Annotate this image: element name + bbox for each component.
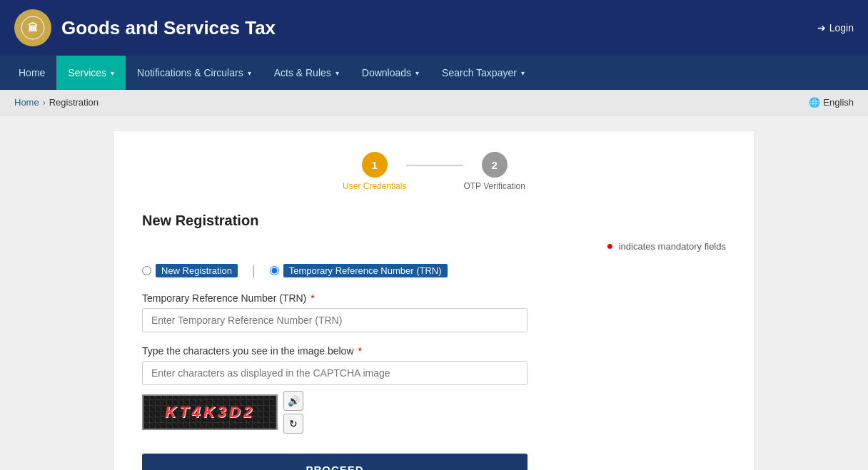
site-logo: 🏛 [14, 9, 51, 46]
main-content: 1 User Credentials 2 OTP Verification Ne… [0, 116, 868, 470]
chevron-down-icon: ▾ [415, 69, 419, 77]
captcha-field-group: Type the characters you see in the image… [142, 345, 726, 434]
breadcrumb-current: Registration [49, 97, 99, 108]
globe-icon: 🌐 [809, 97, 820, 108]
radio-new-registration[interactable]: New Registration [142, 264, 238, 277]
trn-label-text: Temporary Reference Number (TRN) [142, 292, 306, 304]
nav-acts-label: Acts & Rules [274, 67, 331, 78]
nav-search-taxpayer-label: Search Taxpayer [442, 67, 517, 78]
login-label: Login [829, 22, 854, 34]
site-header: 🏛 Goods and Services Tax ➔ Login [0, 0, 868, 56]
step-2: 2 OTP Verification [463, 152, 525, 191]
login-button[interactable]: ➔ Login [817, 22, 854, 34]
language-label: English [823, 97, 854, 108]
mandatory-dot: ● [606, 240, 613, 252]
header-brand: 🏛 Goods and Services Tax [14, 9, 276, 46]
radio-trn[interactable]: Temporary Reference Number (TRN) [270, 264, 448, 277]
breadcrumb-bar: Home › Registration 🌐 English [0, 90, 868, 116]
radio-new-reg-label: New Registration [156, 264, 238, 277]
step-2-label: OTP Verification [463, 181, 525, 191]
step-1-number: 1 [372, 159, 378, 171]
radio-trn-label: Temporary Reference Number (TRN) [283, 264, 448, 277]
radio-divider: | [252, 263, 256, 278]
registration-card: 1 User Credentials 2 OTP Verification Ne… [113, 130, 755, 470]
captcha-image: KT4K3D2 [142, 394, 278, 430]
chevron-down-icon: ▾ [248, 69, 251, 77]
registration-type-group: New Registration | Temporary Reference N… [142, 263, 726, 278]
breadcrumb-separator: › [43, 98, 46, 108]
trn-label: Temporary Reference Number (TRN) * [142, 292, 726, 304]
nav-services-label: Services [68, 67, 106, 78]
trn-required-star: * [311, 292, 314, 304]
nav-services[interactable]: Services ▾ [56, 56, 126, 90]
proceed-button[interactable]: PROCEED [142, 454, 528, 470]
nav-home-label: Home [19, 67, 45, 78]
captcha-area: KT4K3D2 🔊 ↻ [142, 391, 726, 434]
step-1-label: User Credentials [343, 181, 406, 191]
captcha-controls: 🔊 ↻ [283, 391, 303, 434]
step-2-circle: 2 [482, 152, 508, 178]
login-icon: ➔ [817, 22, 826, 34]
nav-downloads[interactable]: Downloads ▾ [350, 56, 430, 90]
step-1: 1 User Credentials [343, 152, 406, 191]
mandatory-note-text: indicates mandatory fields [619, 241, 726, 252]
breadcrumb-home-link[interactable]: Home [14, 97, 39, 108]
nav-search-taxpayer[interactable]: Search Taxpayer ▾ [430, 56, 536, 90]
step-connector [406, 165, 463, 166]
nav-notifications-label: Notifications & Circulars [137, 67, 243, 78]
chevron-down-icon: ▾ [111, 69, 114, 77]
stepper: 1 User Credentials 2 OTP Verification [142, 152, 726, 191]
mandatory-note: ● indicates mandatory fields [142, 240, 726, 252]
captcha-input[interactable] [142, 361, 528, 385]
form-title: New Registration [142, 213, 726, 229]
captcha-required-star: * [358, 345, 361, 357]
main-navbar: Home Services ▾ Notifications & Circular… [0, 56, 868, 90]
radio-trn-input[interactable] [270, 266, 279, 275]
language-selector[interactable]: 🌐 English [809, 97, 854, 108]
radio-new-reg-input[interactable] [142, 266, 151, 275]
nav-acts[interactable]: Acts & Rules ▾ [263, 56, 350, 90]
nav-notifications[interactable]: Notifications & Circulars ▾ [126, 56, 263, 90]
captcha-audio-button[interactable]: 🔊 [283, 391, 303, 411]
breadcrumb: Home › Registration [14, 97, 99, 108]
captcha-label-text: Type the characters you see in the image… [142, 345, 354, 357]
trn-input[interactable] [142, 308, 528, 332]
step-2-number: 2 [492, 159, 498, 171]
step-1-circle: 1 [362, 152, 388, 178]
svg-text:🏛: 🏛 [28, 21, 38, 34]
trn-field-group: Temporary Reference Number (TRN) * [142, 292, 726, 332]
chevron-down-icon: ▾ [521, 69, 525, 77]
nav-downloads-label: Downloads [362, 67, 411, 78]
captcha-refresh-button[interactable]: ↻ [283, 414, 303, 434]
captcha-label: Type the characters you see in the image… [142, 345, 726, 357]
site-title: Goods and Services Tax [61, 17, 276, 39]
nav-home[interactable]: Home [7, 56, 56, 90]
captcha-text-visual: KT4K3D2 [165, 403, 255, 422]
chevron-down-icon: ▾ [335, 69, 339, 77]
audio-icon: 🔊 [288, 395, 300, 407]
refresh-icon: ↻ [289, 418, 298, 429]
